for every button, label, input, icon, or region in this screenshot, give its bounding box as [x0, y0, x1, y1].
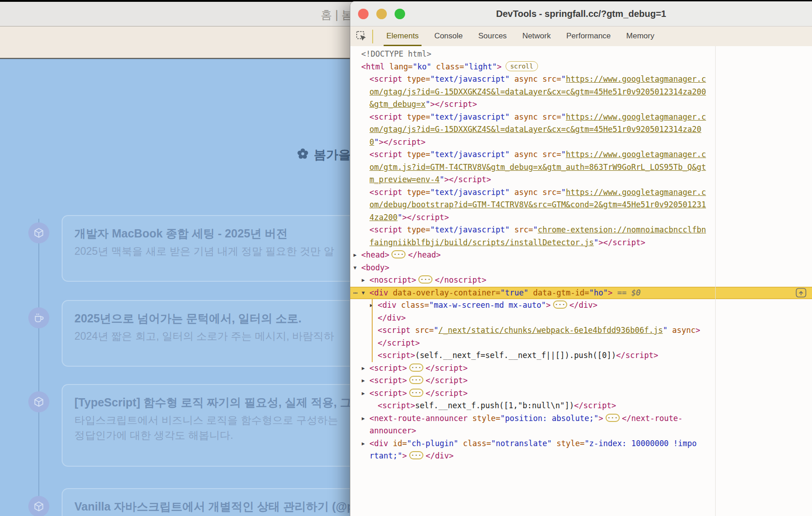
site-header[interactable]: 봄가을	[296, 147, 350, 163]
expand-arrow-icon[interactable]: ▶	[362, 437, 365, 450]
ellipsis-icon[interactable]: ···	[606, 414, 620, 422]
code-token: 4za200	[369, 213, 397, 222]
collapse-arrow-icon[interactable]: ▼	[362, 287, 365, 300]
dom-tree-row[interactable]: ▶<div id="ch-plugin" class="notranslate"…	[350, 437, 812, 450]
tab-memory[interactable]: Memory	[618, 26, 662, 46]
ellipsis-icon[interactable]: ···	[409, 376, 423, 384]
dom-tree-row[interactable]: </div>	[350, 312, 812, 325]
ellipsis-icon[interactable]: ···	[409, 389, 423, 397]
tab-elements[interactable]: Elements	[379, 26, 427, 46]
dom-tree-row[interactable]: om/gtm.js?id=GTM-T4CTRV8V&gtm_debug=x&gt…	[350, 161, 812, 174]
zoom-button[interactable]	[395, 9, 405, 19]
dom-tree-row[interactable]: <script src="/_next/static/chunks/webpac…	[350, 324, 812, 337]
dom-tree-row[interactable]: ▶<noscript>···</noscript>	[350, 274, 812, 287]
tab-sources[interactable]: Sources	[470, 26, 514, 46]
package-icon	[28, 496, 49, 516]
devtools-titlebar[interactable]: DevTools - springfall.cc/?gtm_debug=1	[350, 1, 812, 26]
dom-tree-row[interactable]: ▶<script>···</script>	[350, 362, 812, 375]
post-card[interactable]: Vanilla 자바스크립트에서 개별적인 상태 관리하기 (@p상태 관리에 …	[62, 488, 350, 516]
expand-arrow-icon[interactable]: ▶	[362, 374, 365, 387]
code-token: </head>	[408, 250, 441, 259]
code-token: ></script>	[430, 100, 477, 109]
code-token: rtant;"	[369, 451, 402, 460]
code-token: <head>	[361, 250, 389, 259]
scrollbar[interactable]	[715, 46, 716, 516]
code-token: om/gtm.js?id=GTM-T4CTRV8V&gtm_debug=x&gt…	[369, 163, 706, 172]
dom-tree-row[interactable]: om/gtag/js?id=G-15DXXGKZ4S&l=dataLayer&c…	[350, 86, 812, 99]
dom-tree-row[interactable]: &gtm_debug=x"></script>	[350, 98, 812, 111]
dom-tree-row[interactable]: om/debug/bootstrap?id=GTM-T4CTRV8V&src=G…	[350, 199, 812, 211]
dom-tree-row[interactable]: 0"></script>	[350, 136, 812, 149]
close-button[interactable]	[358, 9, 369, 19]
code-token: type=	[402, 225, 430, 234]
dom-tree-row[interactable]: <script type="text/javascript" src="chro…	[350, 224, 812, 237]
code-token: src=	[538, 112, 561, 121]
expand-arrow-icon[interactable]: ▶	[353, 249, 357, 262]
code-token: <div	[369, 439, 388, 448]
code-token: "	[663, 326, 667, 335]
code-token: async	[510, 74, 538, 84]
code-token: </script>	[574, 401, 616, 410]
dom-tree-row[interactable]: ▶<script>···</script>	[350, 387, 812, 400]
tab-console[interactable]: Console	[427, 26, 470, 46]
expand-arrow-icon[interactable]: ▶	[362, 274, 365, 287]
post-desc: 2025년 맥북을 새로 받은 기념 내게 정말 필요한 것만 알	[74, 244, 350, 259]
tree-indent-guide	[372, 299, 373, 362]
dom-tree-row[interactable]: ▶<div class="max-w-screen-md mx-auto">··…	[350, 299, 812, 312]
dom-tree-row[interactable]: faingniikblfbji/build/scripts/installDet…	[350, 237, 812, 249]
code-token: type=	[402, 112, 430, 121]
post-card[interactable]: [TypeScript] 함수형 로직 짜기의 필요성, 실제 적용, 그타입스…	[62, 384, 350, 467]
dom-tree-row[interactable]: <script type="text/javascript" async src…	[350, 111, 812, 124]
ellipsis-icon[interactable]: ···	[391, 250, 406, 258]
code-token: </next-route-	[622, 414, 683, 423]
dom-tree-row[interactable]: ▶<script>···</script>	[350, 374, 812, 387]
scroll-badge[interactable]: scroll	[506, 61, 538, 71]
ellipsis-icon[interactable]: ···	[409, 451, 423, 459]
collapse-arrow-icon[interactable]: ▼	[353, 262, 357, 274]
ellipsis-icon[interactable]: ···	[418, 275, 432, 284]
code-token: "text/javascript"	[430, 225, 510, 234]
dom-tree-row[interactable]: <!DOCTYPE html>	[350, 48, 812, 61]
dom-tree-row[interactable]: </script>	[350, 337, 812, 350]
ellipsis-icon[interactable]: ···	[553, 300, 567, 309]
row-menu-dots-icon[interactable]: ⋯	[353, 287, 358, 300]
dom-tree-row[interactable]: m_preview=env-4"></script>	[350, 174, 812, 186]
devtools-window: DevTools - springfall.cc/?gtm_debug=1 El…	[350, 1, 812, 516]
dom-tree-row[interactable]: om/gtag/js?id=G-15DXXGKZ4S&l=dataLayer&c…	[350, 123, 812, 136]
dom-tree-row[interactable]: 4za200"></script>	[350, 211, 812, 224]
tab-network[interactable]: Network	[515, 26, 559, 46]
dom-tree-row[interactable]: <script type="text/javascript" async src…	[350, 148, 812, 161]
dom-tree-row[interactable]: <html lang="ko" class="light">scroll	[350, 61, 812, 74]
dom-tree-row[interactable]: rtant;">···</div>	[350, 450, 812, 463]
dom-tree-row[interactable]: <script>(self.__next_f=self.__next_f||[]…	[350, 349, 812, 362]
code-token: (self.__next_f=self.__next_f||[]).push([…	[415, 351, 616, 360]
code-token: ></script>	[402, 213, 449, 222]
dom-tree-row[interactable]: ▼<body>	[350, 262, 812, 274]
code-token: <script>	[369, 376, 407, 385]
post-title: 개발자 MacBook 종합 세팅 - 2025년 버전	[74, 226, 350, 241]
post-card[interactable]: 개발자 MacBook 종합 세팅 - 2025년 버전2025년 맥북을 새로…	[62, 215, 350, 282]
dom-tree-row[interactable]: announcer>	[350, 425, 812, 437]
code-token: <html	[361, 62, 385, 71]
ellipsis-icon[interactable]: ···	[409, 363, 423, 372]
post-card[interactable]: 2025년으로 넘어가는 문턱에서, 일터의 소로.2024년 짧은 회고, 일…	[62, 300, 350, 367]
post-title: Vanilla 자바스크립트에서 개별적인 상태 관리하기 (@p	[74, 499, 350, 514]
dom-tree-row[interactable]: <script type="text/javascript" async src…	[350, 73, 812, 86]
tab-performance[interactable]: Performance	[559, 26, 618, 46]
code-token: <script	[369, 188, 402, 197]
dom-tree-row[interactable]: ▶<next-route-announcer style="position: …	[350, 412, 812, 425]
minimize-button[interactable]	[376, 9, 387, 19]
inspect-element-icon[interactable]	[356, 31, 367, 42]
expand-arrow-icon[interactable]: ▶	[362, 362, 365, 375]
expand-arrow-icon[interactable]: ▶	[362, 412, 365, 425]
code-token: >	[696, 326, 700, 335]
dom-tree-row-selected[interactable]: ⋯▼<div data-overlay-container="true" dat…	[350, 287, 812, 300]
code-token: "	[561, 188, 566, 197]
dom-tree[interactable]: <!DOCTYPE html><html lang="ko" class="li…	[350, 46, 812, 516]
code-token: </noscript>	[435, 275, 486, 284]
expand-arrow-icon[interactable]: ▶	[362, 387, 365, 400]
dom-tree-row[interactable]: <script type="text/javascript" async src…	[350, 186, 812, 199]
dom-tree-row[interactable]: ▶<head>···</head>	[350, 249, 812, 262]
dom-tree-row[interactable]: <script>self.__next_f.push([1,"b:null\n"…	[350, 400, 812, 412]
window-controls	[358, 9, 405, 19]
